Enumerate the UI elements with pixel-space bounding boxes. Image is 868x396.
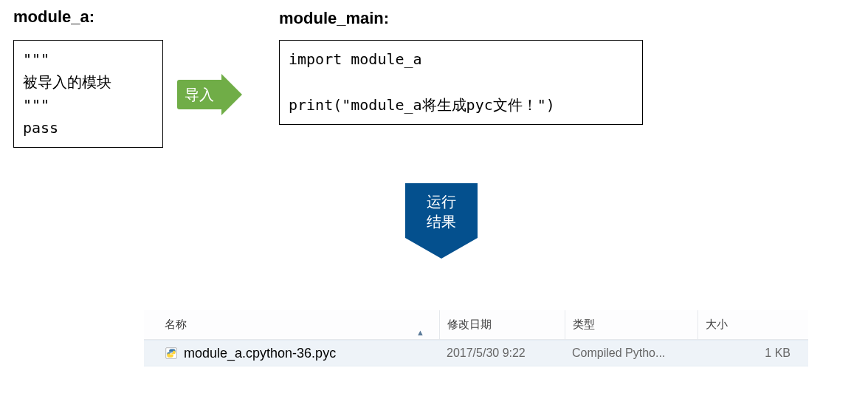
column-header-date[interactable]: 修改日期 [439,310,565,339]
result-banner-line1: 运行 [410,192,473,212]
file-type-cell: Compiled Pytho... [565,346,698,360]
module-a-code: """ 被导入的模块 """ pass [13,40,163,148]
column-header-name[interactable]: 名称 ▲ [144,318,439,332]
module-main-title: module_main: [279,9,389,28]
file-header-row: 名称 ▲ 修改日期 类型 大小 [144,310,808,340]
file-name-cell: module_a.cpython-36.pyc [144,346,439,361]
result-banner-body: 运行 结果 [405,183,478,238]
module-a-title: module_a: [13,7,94,27]
import-arrow-label: 导入 [177,80,221,109]
result-banner-line2: 结果 [410,212,473,232]
column-header-size-label: 大小 [706,318,728,332]
import-arrow: 导入 [177,74,242,115]
file-explorer: 名称 ▲ 修改日期 类型 大小 module_a.cpython-36.pyc … [144,310,808,366]
column-header-size[interactable]: 大小 [698,310,808,339]
column-header-date-label: 修改日期 [447,318,492,332]
sort-asc-icon: ▲ [416,328,424,337]
arrow-right-icon [221,74,242,115]
module-main-code: import module_a print("module_a将生成pyc文件！… [279,40,643,125]
file-row[interactable]: module_a.cpython-36.pyc 2017/5/30 9:22 C… [144,340,808,366]
column-header-name-label: 名称 [165,318,187,330]
result-banner: 运行 结果 [405,183,478,259]
column-header-type-label: 类型 [573,318,595,332]
python-file-icon [165,346,178,360]
column-header-type[interactable]: 类型 [565,310,698,339]
file-name-text: module_a.cpython-36.pyc [184,346,336,361]
arrow-down-icon [405,238,478,259]
file-date-cell: 2017/5/30 9:22 [439,346,565,360]
file-size-cell: 1 KB [698,346,808,360]
